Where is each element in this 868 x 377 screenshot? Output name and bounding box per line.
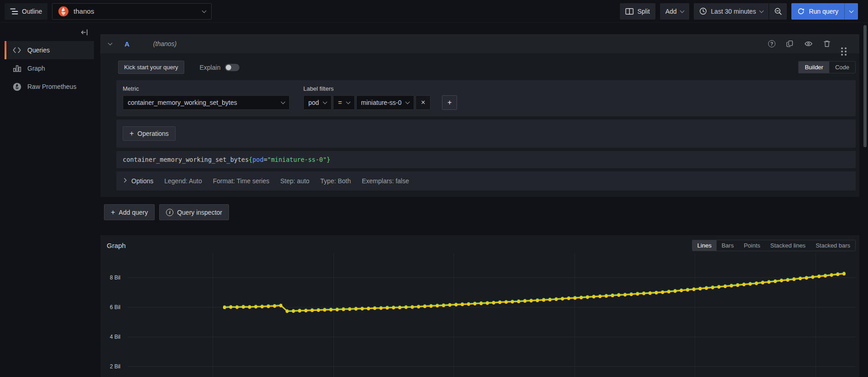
hide-response-eye-icon[interactable] (804, 40, 813, 47)
duplicate-query-icon[interactable] (786, 40, 794, 48)
split-label: Split (637, 8, 650, 15)
query-datasource-hint: (thanos) (153, 40, 177, 47)
prometheus-gray-icon (12, 83, 22, 91)
query-row-header: A (thanos) ? (100, 34, 859, 53)
sidebar-item-queries[interactable]: Queries (5, 41, 94, 59)
datasource-picker[interactable]: thanos (52, 3, 212, 20)
split-icon (625, 8, 634, 15)
run-query-button[interactable]: Run query (791, 3, 844, 20)
sidebar-item-label: Graph (27, 65, 45, 72)
close-icon: × (421, 98, 425, 107)
query-actions: + Add query i Query inspector (104, 204, 229, 220)
chevron-down-icon (346, 100, 350, 104)
chevron-down-icon (202, 8, 207, 13)
time-range-label: Last 30 minutes (711, 8, 756, 15)
info-icon: i (166, 209, 173, 216)
query-collapse-chevron-icon[interactable] (108, 41, 113, 46)
bar-chart-icon (12, 64, 22, 72)
magnifier-minus-icon (774, 7, 782, 15)
help-icon[interactable]: ? (768, 40, 775, 47)
outline-icon (10, 8, 18, 15)
graph-style-lines[interactable]: Lines (692, 240, 717, 251)
prometheus-icon (58, 6, 69, 17)
add-operation-button[interactable]: + Operations (123, 126, 176, 141)
chevron-down-icon (680, 8, 684, 13)
metric-and-filters-row: Metric container_memory_working_set_byte… (116, 80, 856, 116)
collapse-outline-button[interactable] (80, 28, 88, 36)
remove-query-trash-icon[interactable] (823, 40, 831, 48)
query-inspector-button[interactable]: i Query inspector (159, 204, 229, 220)
outline-button[interactable]: Outline (5, 3, 47, 20)
tab-builder[interactable]: Builder (799, 62, 829, 73)
toolbar-left: Outline thanos (5, 3, 212, 20)
zoom-out-time-button[interactable] (769, 3, 787, 20)
sidebar-item-graph[interactable]: Graph (5, 59, 94, 77)
split-button[interactable]: Split (620, 3, 655, 20)
add-query-button[interactable]: + Add query (104, 204, 155, 220)
run-query-label: Run query (809, 8, 838, 15)
graph-panel-header: Graph LinesBarsPointsStacked linesStacke… (100, 235, 859, 251)
options-toggle[interactable]: Options (123, 177, 153, 185)
query-row-actions: ? (768, 37, 853, 51)
graph-canvas[interactable]: 8 Bil6 Bil4 Bil2 Bil (100, 253, 859, 377)
filter-operator-select[interactable]: = (333, 95, 354, 110)
svg-text:4 Bil: 4 Bil (110, 334, 120, 340)
options-step: Step: auto (280, 177, 309, 185)
query-preview-metric: container_memory_working_set_bytes (123, 156, 249, 163)
chevron-down-icon (323, 100, 327, 104)
page-scrollbar-thumb[interactable] (863, 25, 867, 147)
operations-row: + Operations (116, 119, 856, 148)
filter-key-select[interactable]: pod (303, 95, 332, 110)
content-outline-sidebar: Queries Graph Raw Prometheus (5, 26, 94, 96)
add-button[interactable]: Add (660, 3, 689, 20)
tab-code[interactable]: Code (829, 62, 855, 73)
options-type: Type: Both (320, 177, 351, 185)
graph-panel-title: Graph (107, 242, 126, 249)
query-ref-id: A (125, 40, 130, 48)
options-format: Format: Time series (213, 177, 270, 185)
graph-style-bars[interactable]: Bars (717, 240, 739, 251)
refresh-icon (797, 8, 805, 15)
options-row: Options Legend: Auto Format: Time series… (116, 171, 856, 191)
graph-panel: Graph LinesBarsPointsStacked linesStacke… (100, 235, 859, 377)
options-exemplars: Exemplars: false (362, 177, 409, 185)
chevron-right-icon (122, 178, 127, 183)
time-range-picker[interactable]: Last 30 minutes (694, 3, 769, 20)
add-label: Add (665, 8, 677, 15)
run-query-split-button: Run query (791, 3, 858, 20)
metric-label: Metric (123, 85, 290, 92)
graph-style-points[interactable]: Points (739, 240, 765, 251)
explain-toggle[interactable] (225, 64, 239, 71)
add-filter-button[interactable]: + (442, 95, 457, 110)
run-query-dropdown[interactable] (844, 3, 858, 20)
chevron-down-icon (849, 8, 854, 13)
query-preview-row: container_memory_working_set_bytes{pod="… (116, 151, 856, 168)
explain-label: Explain (200, 64, 221, 71)
metric-value: container_memory_working_set_bytes (128, 99, 237, 106)
plus-icon: + (130, 130, 134, 137)
sidebar-item-raw-prometheus[interactable]: Raw Prometheus (5, 77, 94, 96)
filter-value-select[interactable]: miniature-ss-0 (356, 95, 415, 110)
sidebar-item-label: Queries (27, 46, 50, 54)
time-picker-group: Last 30 minutes (694, 3, 787, 20)
remove-filter-button[interactable]: × (416, 95, 431, 110)
svg-text:2 Bil: 2 Bil (110, 363, 120, 370)
label-filters-label: Label filters (303, 85, 431, 92)
outline-label: Outline (22, 8, 42, 15)
clock-icon (699, 7, 707, 15)
chevron-down-icon (281, 100, 286, 104)
toolbar-right: Split Add Last 30 minutes (620, 3, 858, 20)
metric-select[interactable]: container_memory_working_set_bytes (123, 95, 290, 110)
query-editor-panel: A (thanos) ? (100, 34, 859, 197)
chevron-down-icon (759, 8, 764, 13)
editor-mode-switcher: Builder Code (798, 61, 856, 73)
graph-chart-area[interactable]: 8 Bil6 Bil4 Bil2 Bil (100, 253, 859, 377)
label-filter: pod = miniature-ss-0 × (303, 95, 431, 110)
graph-style-stacked-bars[interactable]: Stacked bars (811, 240, 855, 251)
query-editor-body: Kick start your query Explain Builder Co… (100, 53, 859, 191)
chevron-down-icon (405, 100, 410, 104)
graph-style-stacked-lines[interactable]: Stacked lines (765, 240, 811, 251)
drag-handle-icon[interactable] (841, 37, 847, 51)
kick-start-query-button[interactable]: Kick start your query (118, 61, 184, 74)
plus-icon: + (447, 98, 452, 107)
